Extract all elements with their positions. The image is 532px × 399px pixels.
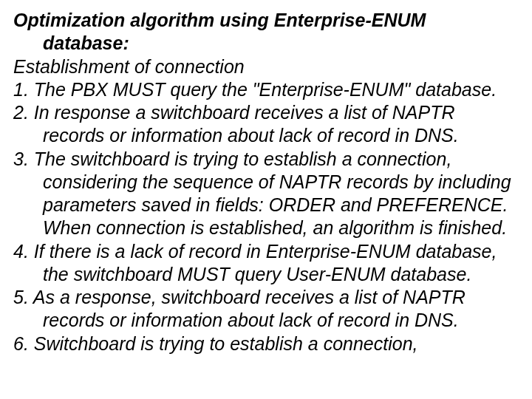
title-line-1: Optimization algorithm using Enterprise-… — [13, 9, 519, 32]
list-item: 5. As a response, switchboard receives a… — [13, 286, 519, 332]
document-title: Optimization algorithm using Enterprise-… — [13, 9, 519, 55]
list-item: 1. The PBX MUST query the "Enterprise-EN… — [13, 78, 519, 101]
document-page: Optimization algorithm using Enterprise-… — [0, 0, 532, 399]
list-item: 6. Switchboard is trying to establish a … — [13, 332, 519, 355]
document-body: Establishment of connection 1. The PBX M… — [13, 55, 519, 355]
list-item: 2. In response a switchboard receives a … — [13, 101, 519, 148]
list-item: 3. The switchboard is trying to establis… — [13, 148, 519, 240]
list-item: 4. If there is a lack of record in Enter… — [13, 240, 519, 287]
subheading: Establishment of connection — [13, 55, 519, 78]
title-line-2: database: — [13, 32, 519, 55]
